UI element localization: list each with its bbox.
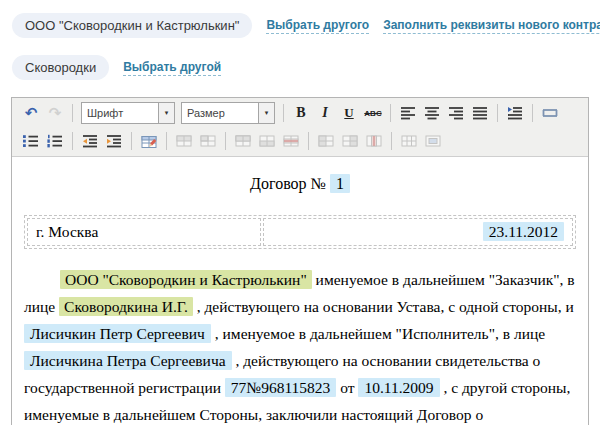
field-registration-number[interactable]: 77№968115823: [225, 378, 336, 397]
undo-icon: ↶: [25, 106, 38, 121]
delete-column-button: [363, 130, 385, 152]
date-cell[interactable]: 23.11.2012: [263, 218, 573, 246]
choose-other-counterparty-link[interactable]: Выбрать другого: [266, 18, 369, 34]
insert-row-after-icon: [259, 134, 275, 148]
contract-template-page: ООО "Сковородкин и Кастрюлькин" Выбрать …: [0, 0, 600, 425]
merge-cells-icon: [425, 134, 441, 148]
contract-title-text: Договор №: [250, 175, 326, 192]
size-select-label: Размер: [182, 103, 258, 123]
toolbar-separator: [532, 104, 533, 122]
choose-other-template-link[interactable]: Выбрать другой: [123, 60, 221, 76]
paragraph-text: , действующего на основании Устава, с од…: [193, 298, 574, 315]
fill-new-counterparty-link[interactable]: Заполнить реквизиты нового контрагента: [383, 18, 600, 34]
chevron-down-icon: ▾: [158, 103, 174, 123]
underline-button[interactable]: U: [338, 102, 360, 124]
toolbar-separator: [391, 132, 392, 150]
template-row: Сковородки Выбрать другой: [12, 55, 221, 80]
insert-row-before-icon: [235, 134, 251, 148]
toolbar-separator: [283, 104, 284, 122]
insert-column-before-icon: [318, 134, 334, 148]
align-center-button[interactable]: [421, 102, 443, 124]
toolbar-separator: [72, 104, 73, 122]
table-row: г. Москва 23.11.2012: [27, 218, 573, 246]
strikethrough-icon: ABC: [364, 109, 381, 118]
page-break-button[interactable]: [539, 102, 561, 124]
field-executor-signer[interactable]: Лисичкина Петра Сергеевича: [24, 351, 232, 370]
insert-table-button[interactable]: [138, 130, 160, 152]
table-cell-properties-icon: [200, 134, 216, 148]
indent-button[interactable]: [103, 130, 125, 152]
city-date-table: г. Москва 23.11.2012: [24, 215, 576, 249]
indent-icon: [106, 134, 122, 148]
bullet-list-button[interactable]: [20, 130, 42, 152]
delete-row-button: [280, 130, 302, 152]
table-row-properties-icon: [176, 134, 192, 148]
align-left-button[interactable]: [397, 102, 419, 124]
editor-body[interactable]: Договор № 1 г. Москва 23.11.2012 ООО "Ск…: [12, 157, 588, 425]
toolbar-separator: [390, 104, 391, 122]
insert-column-before-button: [315, 130, 337, 152]
toolbar-separator: [72, 132, 73, 150]
insert-table-icon: [141, 134, 157, 149]
field-contract-date[interactable]: 23.11.2012: [483, 222, 564, 241]
delete-row-icon: [283, 134, 299, 148]
direction-ltr-button[interactable]: [504, 102, 526, 124]
align-left-icon: [400, 106, 416, 120]
delete-column-icon: [366, 134, 382, 148]
outdent-icon: [82, 134, 98, 148]
field-customer-name[interactable]: ООО "Сковородкин и Кастрюлькин": [60, 270, 312, 289]
field-executor-name[interactable]: Лисичкин Петр Сергеевич: [24, 324, 211, 343]
field-contract-number[interactable]: 1: [330, 174, 350, 193]
page-break-icon: [542, 107, 558, 119]
outdent-button[interactable]: [79, 130, 101, 152]
field-customer-signer[interactable]: Сковородкина И.Г.: [59, 297, 193, 316]
underline-icon: U: [344, 105, 353, 121]
contract-paragraph: ООО "Сковородкин и Кастрюлькин" именуемо…: [24, 266, 576, 425]
insert-row-after-button: [256, 130, 278, 152]
strikethrough-button[interactable]: ABC: [362, 102, 384, 124]
insert-column-after-button: [339, 130, 361, 152]
table-cell-properties-button: [197, 130, 219, 152]
bold-button[interactable]: B: [290, 102, 312, 124]
size-select[interactable]: Размер ▾: [181, 102, 275, 124]
counterparty-row: ООО "Сковородкин и Кастрюлькин" Выбрать …: [12, 13, 600, 38]
direction-ltr-icon: [507, 106, 523, 120]
insert-column-after-icon: [342, 134, 358, 148]
font-select-label: Шрифт: [82, 103, 158, 123]
field-registration-date[interactable]: 10.11.2009: [358, 378, 439, 397]
editor-toolbar: ↶ ↷ Шрифт ▾ Размер ▾ B: [12, 98, 588, 157]
contract-title: Договор № 1: [24, 175, 576, 193]
toolbar-separator: [131, 132, 132, 150]
chevron-down-icon: ▾: [258, 103, 274, 123]
split-cells-icon: [401, 134, 417, 148]
split-cells-button: [398, 130, 420, 152]
toolbar-separator: [497, 104, 498, 122]
numbered-list-icon: [47, 134, 63, 148]
numbered-list-button[interactable]: [44, 130, 66, 152]
city-text: г. Москва: [36, 223, 98, 240]
city-cell[interactable]: г. Москва: [27, 218, 261, 246]
rich-text-editor: ↶ ↷ Шрифт ▾ Размер ▾ B: [11, 97, 589, 425]
counterparty-chip: ООО "Сковородкин и Кастрюлькин": [12, 13, 252, 38]
align-right-icon: [448, 106, 464, 120]
align-center-icon: [424, 106, 440, 120]
undo-button[interactable]: ↶: [20, 102, 42, 124]
align-justify-icon: [472, 106, 488, 120]
table-row-properties-button: [173, 130, 195, 152]
bullet-list-icon: [23, 134, 39, 148]
bold-icon: B: [296, 105, 305, 121]
italic-icon: I: [322, 105, 327, 121]
font-select[interactable]: Шрифт ▾: [81, 102, 175, 124]
align-justify-button[interactable]: [469, 102, 491, 124]
toolbar-separator: [225, 132, 226, 150]
insert-row-before-button: [232, 130, 254, 152]
template-chip: Сковородки: [12, 55, 109, 80]
toolbar-row-1: ↶ ↷ Шрифт ▾ Размер ▾ B: [12, 99, 588, 127]
paragraph-text: от: [336, 379, 358, 396]
italic-button[interactable]: I: [314, 102, 336, 124]
redo-icon: ↷: [49, 106, 62, 121]
toolbar-separator: [308, 132, 309, 150]
merge-cells-button: [422, 130, 444, 152]
align-right-button[interactable]: [445, 102, 467, 124]
paragraph-text: , именуемое в дальнейшем "Исполнитель", …: [211, 325, 545, 342]
